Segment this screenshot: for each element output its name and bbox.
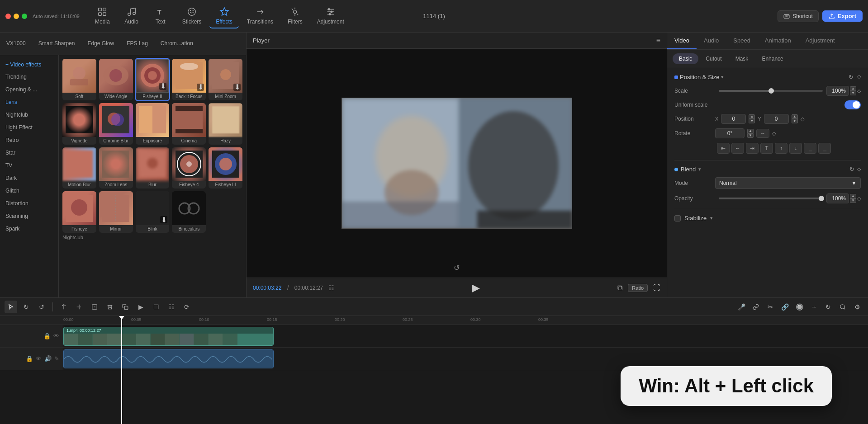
- detach-btn[interactable]: ☷: [165, 301, 178, 313]
- y-input[interactable]: [764, 114, 789, 124]
- mic-btn[interactable]: 🎤: [735, 301, 748, 313]
- minimize-button[interactable]: [14, 14, 19, 19]
- audio-mute-icon[interactable]: 🔊: [44, 355, 52, 362]
- category-lens[interactable]: Lens: [0, 96, 58, 108]
- scale-slider[interactable]: [719, 90, 823, 92]
- tab-video[interactable]: Video: [667, 33, 697, 49]
- category-trending[interactable]: Trending: [0, 71, 58, 83]
- flip-h-button[interactable]: ↔: [756, 129, 769, 138]
- sub-tab-cutout[interactable]: Cutout: [699, 53, 728, 64]
- chain-btn[interactable]: 🔗: [778, 301, 791, 313]
- effect-fisheye4[interactable]: Fisheye 4: [172, 147, 206, 189]
- blend-keyframe[interactable]: ◇: [857, 166, 861, 172]
- align-text-center[interactable]: T: [760, 143, 773, 154]
- effect-chromablur[interactable]: Chrome Blur: [99, 103, 133, 145]
- effect-vignette[interactable]: Vignette: [62, 103, 96, 145]
- x-down[interactable]: ▼: [749, 119, 755, 123]
- link-btn[interactable]: [749, 301, 762, 313]
- category-tv[interactable]: TV: [0, 159, 58, 172]
- category-opening[interactable]: Opening & ...: [0, 83, 58, 96]
- close-button[interactable]: [5, 14, 11, 19]
- effects-tab-edge[interactable]: Edge Glow: [81, 33, 120, 55]
- opacity-up[interactable]: ▲: [850, 194, 856, 198]
- toolbar-media[interactable]: Media: [89, 4, 116, 28]
- rotate-up[interactable]: ▲: [747, 129, 754, 133]
- category-retro[interactable]: Retro: [0, 134, 58, 146]
- toolbar-filters[interactable]: Filters: [281, 4, 309, 28]
- video-clip[interactable]: 1.mp4 00:00:12:27: [63, 327, 274, 346]
- y-up[interactable]: ▲: [792, 114, 798, 119]
- effect-minizoom[interactable]: ⬇ Mini Zoom: [209, 59, 242, 100]
- category-glitch[interactable]: Glitch: [0, 184, 58, 197]
- position-keyframe-icon[interactable]: ◇: [857, 74, 861, 80]
- settings-tl-btn[interactable]: ⚙: [851, 301, 863, 313]
- split-btn[interactable]: [73, 301, 85, 313]
- grid-view-icon[interactable]: ☷: [328, 284, 334, 292]
- category-star[interactable]: Star: [0, 146, 58, 159]
- effects-tab-chrom[interactable]: Chrom...ation: [154, 33, 199, 55]
- sub-tab-enhance[interactable]: Enhance: [755, 53, 789, 64]
- effect-soft[interactable]: Soft: [62, 59, 96, 100]
- effects-tab-smart[interactable]: Smart Sharpen: [32, 33, 81, 55]
- effect-fisheye[interactable]: Fisheye: [62, 191, 96, 233]
- scale-down[interactable]: ▼: [850, 91, 856, 95]
- scale-value-input[interactable]: [826, 86, 849, 96]
- redo-btn[interactable]: ↺: [35, 301, 48, 313]
- effects-tab-vx1000[interactable]: VX1000: [0, 33, 32, 55]
- align-top[interactable]: ↑: [775, 143, 787, 154]
- category-scanning[interactable]: Scanning: [0, 210, 58, 222]
- blend-reset[interactable]: ↻: [849, 166, 854, 173]
- toolbar-transitions[interactable]: Transitions: [241, 4, 280, 28]
- x-input[interactable]: [721, 114, 746, 124]
- opacity-down[interactable]: ▼: [850, 198, 856, 203]
- y-down[interactable]: ▼: [792, 119, 798, 123]
- effect-fisheye2[interactable]: ⬇ Fisheye II: [136, 59, 170, 100]
- freeze-btn[interactable]: ☐: [150, 301, 162, 313]
- delete-btn[interactable]: [104, 301, 116, 313]
- category-nightclub[interactable]: Nightclub: [0, 108, 58, 121]
- audio-clip[interactable]: [63, 349, 274, 368]
- opacity-value-input[interactable]: [826, 193, 849, 203]
- tab-speed[interactable]: Speed: [726, 33, 758, 49]
- zoom-tl-btn[interactable]: [836, 301, 849, 313]
- blend-mode-select[interactable]: Normal ▼: [715, 177, 861, 189]
- x-up[interactable]: ▲: [749, 114, 755, 119]
- fullscreen-button[interactable]: ⛶: [653, 284, 660, 292]
- arrow-btn[interactable]: →: [807, 301, 820, 313]
- audio-edit-icon[interactable]: ✎: [54, 355, 59, 362]
- scale-up[interactable]: ▲: [850, 86, 856, 91]
- lock-icon[interactable]: 🔒: [43, 333, 51, 339]
- effect-backlit[interactable]: ⬇ Backlit Focus: [172, 59, 206, 100]
- effect-binoculars[interactable]: Binoculars: [172, 191, 206, 233]
- align-center-h[interactable]: ↔: [731, 143, 744, 154]
- category-distortion[interactable]: Distortion: [0, 197, 58, 210]
- align-right[interactable]: ⇥: [746, 143, 759, 154]
- effect-mirror[interactable]: Mirror: [99, 191, 133, 233]
- effect-exposure[interactable]: Exposure: [136, 103, 170, 145]
- opacity-keyframe[interactable]: ◇: [857, 196, 861, 202]
- stabilize-expand[interactable]: ▾: [710, 215, 713, 221]
- tab-animation[interactable]: Animation: [758, 33, 798, 49]
- toolbar-adjustment[interactable]: Adjustment: [311, 4, 351, 28]
- scale-keyframe[interactable]: ◇: [857, 88, 861, 94]
- effect-motionblur[interactable]: Motion Blur: [62, 147, 96, 189]
- sub-tab-mask[interactable]: Mask: [729, 53, 755, 64]
- toolbar-stickers[interactable]: Stickers: [176, 4, 208, 28]
- duplicate-btn[interactable]: [119, 301, 132, 313]
- stabilize-checkbox[interactable]: [674, 215, 681, 221]
- align-left[interactable]: ⇤: [717, 143, 730, 154]
- scale-thumb[interactable]: [768, 88, 774, 94]
- effect-fisheye3[interactable]: Fisheye III: [209, 147, 242, 189]
- audio-eye-icon[interactable]: 👁: [36, 355, 42, 362]
- split-marker-btn[interactable]: [57, 301, 70, 313]
- position-keyframe[interactable]: ◇: [801, 116, 804, 122]
- uniform-scale-toggle[interactable]: [844, 100, 861, 109]
- toolbar-audio[interactable]: Audio: [118, 4, 145, 28]
- toolbar-text[interactable]: T Text: [147, 4, 174, 28]
- toolbar-effects[interactable]: Effects: [209, 4, 238, 28]
- maximize-button[interactable]: [22, 14, 27, 19]
- rotate2-btn[interactable]: ↻: [822, 301, 835, 313]
- effects-tab-fps[interactable]: FPS Lag: [120, 33, 154, 55]
- select-tool[interactable]: [5, 301, 17, 313]
- effect-cinema[interactable]: Cinema: [172, 103, 206, 145]
